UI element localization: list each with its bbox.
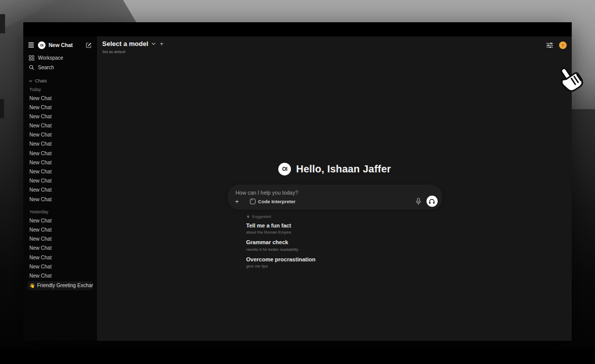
chat-list-item[interactable]: New Chat: [27, 177, 93, 186]
workspace-label: Workspace: [38, 55, 63, 61]
chat-list-item[interactable]: New Chat: [27, 94, 93, 103]
chat-list-item[interactable]: New Chat: [27, 262, 93, 271]
chevron-down-icon: [151, 41, 156, 46]
chat-list-item[interactable]: New Chat: [27, 195, 93, 204]
wallpaper-deco: [0, 14, 5, 33]
voice-input-button[interactable]: [414, 197, 422, 206]
suggestion-subtitle: rewrite it for better readability: [246, 247, 442, 252]
brand-logo: OI: [38, 41, 46, 49]
chat-list: New ChatNew ChatNew ChatNew ChatNew Chat…: [27, 94, 93, 204]
chat-list-item[interactable]: New Chat: [27, 186, 93, 195]
main-header: Select a model + Set as default: [98, 36, 572, 57]
suggestion-list: Tell me a fun fact about the Roman Empir…: [246, 222, 442, 268]
chat-list-item[interactable]: New Chat: [27, 235, 93, 244]
search-icon: [29, 65, 34, 70]
user-avatar[interactable]: I: [559, 41, 567, 49]
chats-section-toggle[interactable]: Chats: [29, 78, 93, 83]
message-composer[interactable]: + Code Interpreter: [228, 185, 442, 210]
main-area: Select a model + Set as default: [98, 36, 572, 341]
microphone-icon: [415, 198, 421, 205]
code-interpreter-icon: [250, 199, 256, 204]
chat-list-item[interactable]: New Chat: [27, 112, 93, 121]
code-interpreter-toggle[interactable]: Code Interpreter: [248, 198, 298, 205]
chat-list-item[interactable]: New Chat: [27, 271, 93, 281]
add-model-button[interactable]: +: [160, 40, 163, 48]
sidebar-toggle-icon[interactable]: [27, 41, 35, 49]
app-window: OI New Chat: [23, 22, 572, 341]
suggested-section: Suggested Tell me a fun fact about the R…: [228, 214, 442, 268]
wave-emoji: 👋: [29, 283, 35, 288]
chats-section-label: Chats: [35, 78, 47, 83]
attach-button[interactable]: +: [233, 197, 241, 206]
code-interpreter-label: Code Interpreter: [258, 199, 295, 204]
sidebar-item-search[interactable]: Search: [27, 63, 93, 72]
chat-group-today: Today New ChatNew ChatNew ChatNew ChatNe…: [27, 87, 93, 204]
chevron-down-icon: [29, 79, 32, 83]
suggestion-title: Tell me a fun fact: [246, 222, 442, 230]
chat-title: Friendly Greeting Exchange: [37, 283, 93, 288]
sidebar-item-workspace[interactable]: Workspace: [27, 53, 93, 63]
suggestion-subtitle: about the Roman Empire: [246, 230, 442, 235]
wallpaper-deco: [0, 99, 4, 118]
edit-pencil-icon: [86, 42, 92, 49]
brand-logo: OI: [278, 163, 291, 175]
workspace-grid-icon: [29, 55, 34, 61]
chat-list-item[interactable]: New Chat: [27, 158, 93, 167]
suggestion-item[interactable]: Tell me a fun fact about the Roman Empir…: [246, 222, 442, 235]
suggestion-title: Overcome procrastination: [246, 256, 442, 263]
suggestion-item[interactable]: Grammar check rewrite it for better read…: [246, 239, 442, 251]
lightning-icon: [246, 214, 250, 219]
desktop: OI New Chat: [0, 0, 595, 364]
chat-list-item-named[interactable]: 👋 Friendly Greeting Exchange: [27, 281, 93, 290]
controls-button[interactable]: [545, 41, 555, 50]
greeting-text: Hello, Ishaan Jaffer: [296, 163, 391, 175]
voice-call-button[interactable]: [427, 196, 438, 207]
suggestion-subtitle: give me tips: [246, 264, 442, 268]
suggestion-item[interactable]: Overcome procrastination give me tips: [246, 256, 442, 268]
sidebar-title: New Chat: [49, 42, 81, 48]
window-topbar: [23, 22, 572, 36]
headphones-icon: [429, 198, 435, 205]
welcome-block: OI Hello, Ishaan Jaffer + Code Interpret…: [228, 163, 442, 273]
chat-list: New ChatNew ChatNew ChatNew ChatNew Chat…: [27, 216, 93, 281]
search-label: Search: [38, 65, 54, 70]
new-chat-button[interactable]: [84, 41, 93, 50]
chat-list-item[interactable]: New Chat: [27, 244, 93, 253]
sidebar: OI New Chat: [23, 36, 98, 341]
chat-list-item[interactable]: New Chat: [27, 122, 93, 131]
chat-group-label: Yesterday: [29, 209, 93, 214]
suggestion-title: Grammar check: [246, 239, 442, 246]
chat-list-item[interactable]: New Chat: [27, 140, 93, 149]
suggested-label: Suggested: [252, 214, 271, 219]
chat-list-item[interactable]: New Chat: [27, 149, 93, 158]
model-selector[interactable]: Select a model +: [102, 40, 163, 48]
set-as-default-link[interactable]: Set as default: [102, 50, 163, 54]
sliders-icon: [546, 42, 554, 49]
chat-list-item[interactable]: New Chat: [27, 168, 93, 177]
chat-list-item[interactable]: New Chat: [27, 103, 93, 112]
chat-list-item[interactable]: New Chat: [27, 253, 93, 262]
model-selector-label: Select a model: [102, 40, 148, 48]
chat-list-item[interactable]: New Chat: [27, 216, 93, 225]
chat-list-item[interactable]: New Chat: [27, 131, 93, 140]
chat-group-label: Today: [29, 87, 93, 92]
chat-group-yesterday: Yesterday New ChatNew ChatNew ChatNew Ch…: [27, 209, 93, 281]
chat-list-item[interactable]: New Chat: [27, 225, 93, 235]
wallpaper-bottom-band: [0, 349, 595, 364]
